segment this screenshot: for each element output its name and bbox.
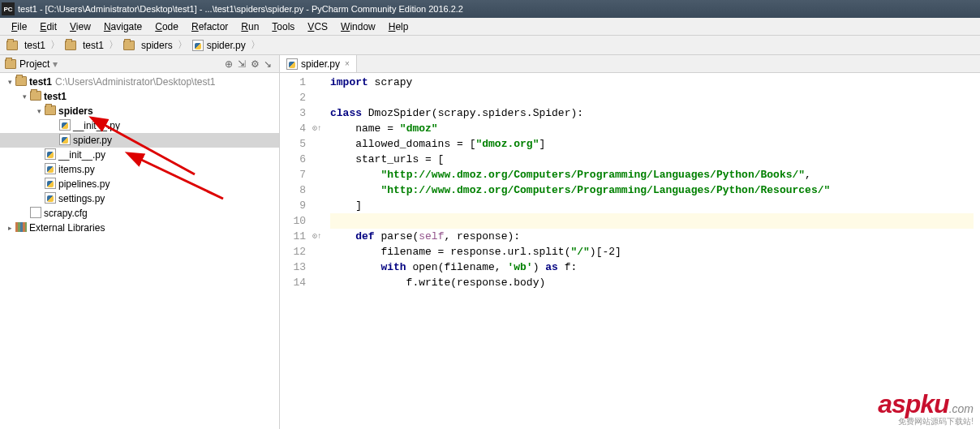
collapse-all-icon[interactable]: ⇲ [235, 58, 248, 70]
breadcrumb-test1[interactable]: test1 [62, 40, 107, 51]
tree-label: External Libraries [29, 222, 105, 234]
python-file-icon [286, 58, 298, 70]
code-line-6[interactable]: start_urls = [ [330, 152, 974, 167]
tree-arrow-icon[interactable]: ▾ [19, 92, 29, 101]
tree-label: settings.py [58, 193, 105, 204]
tree-item-spiders[interactable]: ▾spiders [0, 104, 279, 118]
breadcrumb-test1[interactable]: test1 [3, 40, 49, 51]
editor-tabs: spider.py × [280, 55, 980, 73]
tree-label: __init__.py [73, 120, 120, 131]
tree-item-settings.py[interactable]: settings.py [0, 191, 279, 206]
tree-item-pipelines.py[interactable]: pipelines.py [0, 177, 279, 191]
chevron-right-icon: 〉 [107, 38, 120, 52]
tree-item-scrapy.cfg[interactable]: scrapy.cfg [0, 206, 279, 221]
code-editor[interactable]: 1234567891011121314 ⊙↑⊙↑ import scrapy c… [280, 73, 980, 429]
menu-window[interactable]: Window [334, 19, 382, 34]
project-panel-header[interactable]: Project ▾ ⊕ ⇲ ⚙ ↘ [0, 55, 279, 73]
py-icon [44, 148, 57, 162]
code-line-2[interactable] [330, 90, 974, 105]
code-line-10[interactable] [330, 213, 974, 229]
folder-icon [6, 41, 18, 50]
tree-arrow-icon[interactable]: ▾ [5, 78, 15, 86]
tree-arrow-icon[interactable]: ▾ [34, 107, 44, 115]
chevron-right-icon: 〉 [176, 38, 189, 52]
tree-label: scrapy.cfg [44, 208, 88, 219]
menu-tools[interactable]: Tools [265, 19, 301, 34]
tree-label: pipelines.py [58, 178, 110, 190]
code-line-13[interactable]: with open(filename, 'wb') as f: [330, 260, 974, 275]
menu-edit[interactable]: Edit [33, 19, 63, 34]
tree-label: test1 [44, 91, 67, 102]
code-line-11[interactable]: def parse(self, response): [330, 229, 974, 244]
tree-label: __init__.py [58, 149, 105, 161]
py-icon [58, 119, 71, 133]
code-content[interactable]: import scrapy class DmozSpider(scrapy.sp… [324, 73, 980, 429]
lib-icon [15, 222, 28, 234]
dropdown-icon[interactable]: ▾ [53, 58, 58, 70]
py-icon [192, 40, 204, 51]
py-icon [44, 192, 57, 206]
breadcrumb-spiders[interactable]: spiders [120, 40, 176, 51]
py-icon [58, 134, 71, 148]
editor-tab-spider[interactable]: spider.py × [280, 55, 357, 72]
code-line-1[interactable]: import scrapy [330, 75, 974, 90]
editor-tab-label: spider.py [301, 58, 340, 70]
hide-icon[interactable]: ↘ [261, 58, 274, 70]
close-icon[interactable]: × [345, 59, 350, 68]
tree-item-test1[interactable]: ▾test1 [0, 89, 279, 104]
code-line-9[interactable]: ] [330, 198, 974, 213]
project-panel-title: Project [19, 58, 49, 70]
menu-navigate[interactable]: Navigate [97, 19, 148, 34]
project-sidebar: Project ▾ ⊕ ⇲ ⚙ ↘ ▾test1C:\Users\Adminis… [0, 55, 280, 429]
tree-item-__init__.py[interactable]: __init__.py [0, 148, 279, 162]
menu-vcs[interactable]: VCS [301, 19, 334, 34]
menu-refactor[interactable]: Refactor [185, 19, 234, 34]
editor-area: spider.py × 1234567891011121314 ⊙↑⊙↑ imp… [280, 55, 980, 429]
folder-icon [15, 76, 28, 88]
tree-label: test1 [29, 76, 52, 88]
gutter-markers: ⊙↑⊙↑ [311, 73, 324, 429]
tree-item-test1[interactable]: ▾test1C:\Users\Administrator\Desktop\tes… [0, 75, 279, 89]
tree-arrow-icon[interactable]: ▸ [5, 224, 15, 232]
tree-item-items.py[interactable]: items.py [0, 162, 279, 177]
gear-icon[interactable]: ⚙ [248, 58, 261, 70]
watermark: aspku.com 免费网站源码下载站! [878, 389, 974, 427]
menu-file[interactable]: File [5, 19, 33, 34]
code-line-8[interactable]: "http://www.dmoz.org/Computers/Programmi… [330, 182, 974, 198]
file-icon [29, 207, 42, 221]
menu-view[interactable]: View [63, 19, 97, 34]
line-gutter: 1234567891011121314 [280, 73, 311, 429]
code-line-14[interactable]: f.write(response.body) [330, 275, 974, 290]
tree-item-spider.py[interactable]: spider.py [0, 133, 279, 148]
tree-item-__init__.py[interactable]: __init__.py [0, 118, 279, 133]
folder-icon [5, 59, 16, 69]
tree-path: C:\Users\Administrator\Desktop\test1 [55, 76, 215, 88]
project-tree[interactable]: ▾test1C:\Users\Administrator\Desktop\tes… [0, 73, 279, 429]
folder-icon [44, 105, 57, 118]
code-line-12[interactable]: filename = response.url.split("/")[-2] [330, 244, 974, 260]
code-line-3[interactable]: class DmozSpider(scrapy.spiders.Spider): [330, 105, 974, 121]
menu-help[interactable]: Help [382, 19, 415, 34]
tree-label: spiders [58, 105, 93, 117]
tree-label: spider.py [73, 135, 112, 146]
window-titlebar: PC test1 - [C:\Users\Administrator\Deskt… [0, 0, 980, 18]
py-icon [44, 163, 57, 177]
code-line-5[interactable]: allowed_domains = ["dmoz.org"] [330, 136, 974, 152]
scroll-from-source-icon[interactable]: ⊕ [222, 58, 235, 70]
menu-run[interactable]: Run [234, 19, 265, 34]
menu-bar: FileEditViewNavigateCodeRefactorRunTools… [0, 18, 980, 36]
folder-icon [123, 41, 135, 50]
chevron-right-icon: 〉 [249, 38, 262, 52]
code-line-4[interactable]: name = "dmoz" [330, 121, 974, 136]
tree-item-External Libraries[interactable]: ▸External Libraries [0, 221, 279, 235]
breadcrumb-spider.py[interactable]: spider.py [189, 40, 249, 51]
breadcrumb-bar: test1〉test1〉spiders〉spider.py〉 [0, 36, 980, 55]
menu-code[interactable]: Code [148, 19, 185, 34]
code-line-7[interactable]: "http://www.dmoz.org/Computers/Programmi… [330, 167, 974, 182]
app-icon: PC [2, 2, 15, 15]
tree-label: items.py [58, 164, 95, 175]
folder-icon [29, 91, 42, 103]
folder-icon [65, 41, 76, 50]
chevron-right-icon: 〉 [49, 38, 62, 52]
window-title: test1 - [C:\Users\Administrator\Desktop\… [18, 4, 978, 14]
